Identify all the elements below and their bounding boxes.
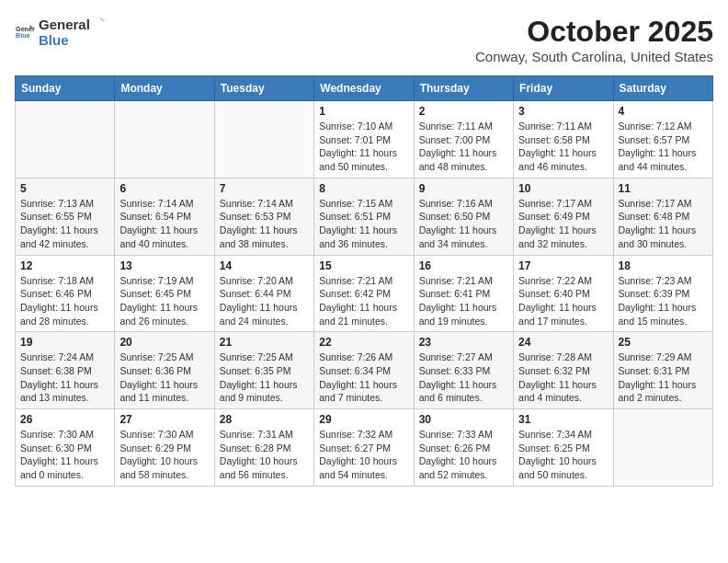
logo-general-text: General — [39, 17, 90, 32]
header-monday: Monday — [115, 76, 214, 101]
day-detail: Sunrise: 7:11 AM Sunset: 6:58 PM Dayligh… — [518, 120, 608, 174]
day-number: 28 — [220, 413, 309, 426]
calendar-day-29: 29Sunrise: 7:32 AM Sunset: 6:27 PM Dayli… — [314, 409, 414, 487]
header-thursday: Thursday — [414, 76, 513, 101]
calendar-day-31: 31Sunrise: 7:34 AM Sunset: 6:25 PM Dayli… — [514, 409, 613, 487]
day-number: 5 — [20, 182, 109, 195]
calendar-header-row: SundayMondayTuesdayWednesdayThursdayFrid… — [16, 76, 713, 101]
calendar-day-2: 2Sunrise: 7:11 AM Sunset: 7:00 PM Daylig… — [414, 101, 513, 178]
day-detail: Sunrise: 7:17 AM Sunset: 6:48 PM Dayligh… — [619, 197, 708, 251]
calendar-day-25: 25Sunrise: 7:29 AM Sunset: 6:31 PM Dayli… — [613, 332, 712, 409]
calendar-day-8: 8Sunrise: 7:15 AM Sunset: 6:51 PM Daylig… — [314, 178, 414, 255]
calendar-table: SundayMondayTuesdayWednesdayThursdayFrid… — [15, 75, 713, 487]
day-detail: Sunrise: 7:17 AM Sunset: 6:49 PM Dayligh… — [518, 197, 608, 251]
day-number: 4 — [619, 105, 708, 118]
day-number: 13 — [119, 259, 209, 272]
calendar-day-9: 9Sunrise: 7:16 AM Sunset: 6:50 PM Daylig… — [414, 178, 513, 255]
calendar-day-empty — [16, 101, 115, 178]
day-detail: Sunrise: 7:22 AM Sunset: 6:40 PM Dayligh… — [518, 274, 608, 328]
calendar-day-11: 11Sunrise: 7:17 AM Sunset: 6:48 PM Dayli… — [613, 178, 712, 255]
day-number: 2 — [419, 105, 508, 118]
day-detail: Sunrise: 7:14 AM Sunset: 6:53 PM Dayligh… — [220, 197, 309, 251]
day-detail: Sunrise: 7:25 AM Sunset: 6:36 PM Dayligh… — [119, 350, 209, 405]
day-number: 23 — [419, 336, 508, 349]
day-detail: Sunrise: 7:25 AM Sunset: 6:35 PM Dayligh… — [220, 350, 309, 405]
calendar-week-row: 1Sunrise: 7:10 AM Sunset: 7:01 PM Daylig… — [16, 101, 713, 178]
day-number: 11 — [619, 182, 708, 195]
day-number: 12 — [20, 259, 109, 272]
calendar-week-row: 5Sunrise: 7:13 AM Sunset: 6:55 PM Daylig… — [16, 178, 713, 255]
header-sunday: Sunday — [16, 76, 115, 101]
calendar-day-27: 27Sunrise: 7:30 AM Sunset: 6:29 PM Dayli… — [115, 409, 214, 487]
calendar-week-row: 12Sunrise: 7:18 AM Sunset: 6:46 PM Dayli… — [16, 255, 713, 332]
day-number: 18 — [619, 259, 708, 272]
day-detail: Sunrise: 7:14 AM Sunset: 6:54 PM Dayligh… — [119, 197, 209, 251]
header-wednesday: Wednesday — [314, 76, 414, 101]
calendar-day-21: 21Sunrise: 7:25 AM Sunset: 6:35 PM Dayli… — [214, 332, 313, 409]
calendar-day-4: 4Sunrise: 7:12 AM Sunset: 6:57 PM Daylig… — [613, 101, 712, 178]
day-number: 10 — [518, 182, 608, 195]
day-number: 7 — [220, 182, 309, 195]
calendar-day-13: 13Sunrise: 7:19 AM Sunset: 6:45 PM Dayli… — [115, 255, 214, 332]
calendar-day-24: 24Sunrise: 7:28 AM Sunset: 6:32 PM Dayli… — [514, 332, 613, 409]
calendar-day-23: 23Sunrise: 7:27 AM Sunset: 6:33 PM Dayli… — [414, 332, 513, 409]
day-number: 29 — [319, 413, 408, 426]
day-detail: Sunrise: 7:19 AM Sunset: 6:45 PM Dayligh… — [119, 274, 209, 328]
calendar-day-5: 5Sunrise: 7:13 AM Sunset: 6:55 PM Daylig… — [16, 178, 115, 255]
svg-text:Blue: Blue — [16, 31, 30, 39]
day-detail: Sunrise: 7:32 AM Sunset: 6:27 PM Dayligh… — [319, 428, 408, 482]
calendar-day-empty — [214, 101, 313, 178]
calendar-day-19: 19Sunrise: 7:24 AM Sunset: 6:38 PM Dayli… — [16, 332, 115, 409]
calendar-day-12: 12Sunrise: 7:18 AM Sunset: 6:46 PM Dayli… — [16, 255, 115, 332]
day-detail: Sunrise: 7:31 AM Sunset: 6:28 PM Dayligh… — [220, 428, 309, 482]
day-detail: Sunrise: 7:21 AM Sunset: 6:41 PM Dayligh… — [419, 274, 508, 328]
calendar-day-15: 15Sunrise: 7:21 AM Sunset: 6:42 PM Dayli… — [314, 255, 414, 332]
calendar-day-17: 17Sunrise: 7:22 AM Sunset: 6:40 PM Dayli… — [514, 255, 613, 332]
day-detail: Sunrise: 7:20 AM Sunset: 6:44 PM Dayligh… — [220, 274, 309, 328]
title-block: October 2025 Conway, South Carolina, Uni… — [475, 15, 713, 64]
calendar-day-1: 1Sunrise: 7:10 AM Sunset: 7:01 PM Daylig… — [314, 101, 414, 178]
day-number: 20 — [119, 336, 209, 349]
day-detail: Sunrise: 7:10 AM Sunset: 7:01 PM Dayligh… — [319, 120, 408, 174]
calendar-day-26: 26Sunrise: 7:30 AM Sunset: 6:30 PM Dayli… — [16, 409, 115, 487]
day-number: 8 — [319, 182, 408, 195]
day-detail: Sunrise: 7:18 AM Sunset: 6:46 PM Dayligh… — [20, 274, 109, 328]
header-tuesday: Tuesday — [214, 76, 313, 101]
calendar-day-28: 28Sunrise: 7:31 AM Sunset: 6:28 PM Dayli… — [214, 409, 313, 487]
calendar-day-10: 10Sunrise: 7:17 AM Sunset: 6:49 PM Dayli… — [514, 178, 613, 255]
calendar-week-row: 19Sunrise: 7:24 AM Sunset: 6:38 PM Dayli… — [16, 332, 713, 409]
day-number: 15 — [319, 259, 408, 272]
calendar-day-22: 22Sunrise: 7:26 AM Sunset: 6:34 PM Dayli… — [314, 332, 414, 409]
day-detail: Sunrise: 7:34 AM Sunset: 6:25 PM Dayligh… — [518, 428, 608, 482]
day-number: 16 — [419, 259, 508, 272]
calendar-day-7: 7Sunrise: 7:14 AM Sunset: 6:53 PM Daylig… — [214, 178, 313, 255]
day-detail: Sunrise: 7:29 AM Sunset: 6:31 PM Dayligh… — [619, 350, 708, 405]
day-detail: Sunrise: 7:26 AM Sunset: 6:34 PM Dayligh… — [319, 350, 408, 405]
day-detail: Sunrise: 7:21 AM Sunset: 6:42 PM Dayligh… — [319, 274, 408, 328]
day-number: 31 — [518, 413, 608, 426]
day-number: 9 — [419, 182, 508, 195]
day-detail: Sunrise: 7:33 AM Sunset: 6:26 PM Dayligh… — [419, 428, 508, 482]
day-number: 30 — [419, 413, 508, 426]
calendar-day-3: 3Sunrise: 7:11 AM Sunset: 6:58 PM Daylig… — [514, 101, 613, 178]
logo-icon: General Blue — [15, 22, 35, 42]
day-detail: Sunrise: 7:11 AM Sunset: 7:00 PM Dayligh… — [419, 120, 508, 174]
day-number: 17 — [518, 259, 608, 272]
day-detail: Sunrise: 7:23 AM Sunset: 6:39 PM Dayligh… — [619, 274, 708, 328]
header-friday: Friday — [514, 76, 613, 101]
day-detail: Sunrise: 7:30 AM Sunset: 6:30 PM Dayligh… — [20, 428, 109, 482]
day-detail: Sunrise: 7:16 AM Sunset: 6:50 PM Dayligh… — [419, 197, 508, 251]
calendar-day-16: 16Sunrise: 7:21 AM Sunset: 6:41 PM Dayli… — [414, 255, 513, 332]
day-detail: Sunrise: 7:13 AM Sunset: 6:55 PM Dayligh… — [20, 197, 109, 251]
day-detail: Sunrise: 7:28 AM Sunset: 6:32 PM Dayligh… — [518, 350, 608, 405]
calendar-week-row: 26Sunrise: 7:30 AM Sunset: 6:30 PM Dayli… — [16, 409, 713, 487]
day-detail: Sunrise: 7:30 AM Sunset: 6:29 PM Dayligh… — [119, 428, 209, 482]
svg-marker-3 — [98, 17, 106, 22]
day-detail: Sunrise: 7:24 AM Sunset: 6:38 PM Dayligh… — [20, 350, 109, 405]
day-number: 25 — [619, 336, 708, 349]
location-text: Conway, South Carolina, United States — [475, 49, 713, 64]
header-saturday: Saturday — [613, 76, 712, 101]
month-title: October 2025 — [475, 15, 713, 49]
day-detail: Sunrise: 7:27 AM Sunset: 6:33 PM Dayligh… — [419, 350, 508, 405]
page-header: General Blue General Blue October 2025 C… — [15, 15, 713, 64]
